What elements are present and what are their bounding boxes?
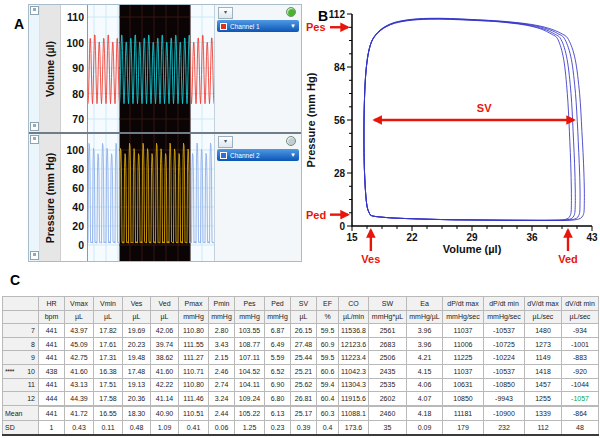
- row-label[interactable]: Mean: [3, 407, 39, 421]
- unit-header: µL/sec: [562, 310, 599, 324]
- waveform-plot[interactable]: [88, 5, 214, 132]
- table-cell: -10725: [484, 337, 525, 351]
- unit-header: mmHg: [179, 310, 209, 324]
- row-label[interactable]: ****10: [3, 364, 39, 378]
- row-label[interactable]: 12: [3, 392, 39, 406]
- row-label[interactable]: 7: [3, 324, 39, 338]
- panel-b-label: B: [318, 8, 328, 24]
- table-cell: -1057: [562, 392, 599, 406]
- y-axis-ticks: 110100908070: [61, 5, 88, 132]
- table-cell: 11088.1: [339, 407, 369, 421]
- collapse-panel-icon[interactable]: [30, 6, 39, 15]
- axis-label: Volume (µl): [44, 40, 56, 96]
- y-tick-label: 0: [339, 221, 345, 232]
- table-row: 944142.7517.3119.4838.62111.272.15107.11…: [3, 351, 599, 365]
- y-tick-label: 80: [72, 163, 84, 175]
- table-cell: 16.38: [94, 364, 123, 378]
- table-cell: -864: [562, 407, 599, 421]
- unit-header: mmHg*µL: [369, 310, 407, 324]
- y-tick-label: 60: [72, 182, 84, 194]
- status-indicator-icon: [286, 136, 296, 146]
- table-cell: 11223.4: [339, 351, 369, 365]
- volume-channel-strip: Volume (µl) 110100908070 ▾ Channel 1 ▼: [29, 5, 301, 132]
- y-axis-ticks: 100806040200: [61, 134, 88, 261]
- row-label[interactable]: 9: [3, 351, 39, 365]
- significance-marker: ****: [5, 368, 14, 375]
- table-cell: 0.23: [265, 421, 291, 435]
- table-cell: 60.9: [317, 337, 339, 351]
- table-cell: 0.41: [179, 421, 209, 435]
- table-cell: 179: [443, 421, 484, 435]
- table-cell: 6.80: [265, 392, 291, 406]
- table-cell: 232: [484, 421, 525, 435]
- plot-menu-dropdown[interactable]: ▾: [218, 7, 233, 19]
- column-header: Pmax: [179, 297, 209, 311]
- table-row: 844145.0917.6120.2339.74111.553.43108.77…: [3, 337, 599, 351]
- table-cell: 441: [39, 351, 65, 365]
- split-panel-icon[interactable]: [30, 122, 39, 131]
- table-cell: -10850: [484, 378, 525, 392]
- channel-control-panel: ▾ Channel 2 ▼: [214, 134, 301, 261]
- channel-select-dropdown[interactable]: Channel 1 ▼: [217, 20, 299, 32]
- sv-annotation-label: SV: [477, 102, 492, 114]
- table-cell: 38.62: [151, 351, 179, 365]
- row-label[interactable]: SD: [3, 421, 39, 435]
- y-tick-label: 28: [334, 168, 346, 179]
- table-cell: 444: [39, 392, 65, 406]
- unit-header: µL: [123, 310, 151, 324]
- table-cell: 111.55: [179, 337, 209, 351]
- table-row: SD10.430.110.481.090.410.061.250.230.390…: [3, 421, 599, 435]
- table-cell: 5.59: [265, 351, 291, 365]
- y-tick-label: 100: [66, 144, 84, 156]
- table-cell: 2.46: [209, 364, 235, 378]
- table-cell: 10631: [443, 378, 484, 392]
- waveform-plot[interactable]: [88, 134, 214, 261]
- channel-select-dropdown[interactable]: Channel 2 ▼: [217, 149, 299, 161]
- row-label[interactable]: 8: [3, 337, 39, 351]
- table-cell: 26.81: [291, 392, 317, 406]
- channel-name: Channel 2: [230, 152, 290, 159]
- table-cell: 17.58: [94, 392, 123, 406]
- table-cell: 441: [39, 407, 65, 421]
- x-axis-label: Volume (µl): [443, 243, 502, 255]
- table-cell: 441: [39, 378, 65, 392]
- table-cell: 42.06: [151, 324, 179, 338]
- y-axis-title-band: Volume (µl): [40, 5, 61, 132]
- row-label[interactable]: 11: [3, 378, 39, 392]
- table-cell: 16.55: [94, 407, 123, 421]
- unit-header: µL: [94, 310, 123, 324]
- table-cell: 2460: [369, 407, 407, 421]
- table-cell: 11006: [443, 337, 484, 351]
- table-cell: 0.06: [209, 421, 235, 435]
- chevron-down-icon: ▼: [290, 23, 296, 29]
- table-cell: 11181: [443, 407, 484, 421]
- table-row: ****1043841.6016.3817.4841.60110.712.461…: [3, 364, 599, 378]
- table-cell: -934: [562, 324, 599, 338]
- table-cell: 1.25: [235, 421, 265, 435]
- volume-annotation-label: Ves: [361, 253, 380, 265]
- table-row: 744143.9717.8219.6942.06110.802.80103.55…: [3, 324, 599, 338]
- table-cell: 25.62: [291, 378, 317, 392]
- table-cell: 40.90: [151, 407, 179, 421]
- strip-edge-column: [29, 134, 40, 261]
- table-cell: 11042.3: [339, 364, 369, 378]
- table-cell: 2602: [369, 392, 407, 406]
- column-header: Pes: [235, 297, 265, 311]
- table-cell: 27.48: [291, 337, 317, 351]
- channel-color-swatch: [220, 152, 227, 159]
- table-cell: 1339: [525, 407, 562, 421]
- strip-edge-column: [29, 5, 40, 132]
- collapse-panel-icon[interactable]: [30, 135, 39, 144]
- table-cell: 48: [562, 421, 599, 435]
- column-header: HR: [39, 297, 65, 311]
- table-cell: 59.4: [317, 378, 339, 392]
- split-panel-icon[interactable]: [30, 251, 39, 260]
- x-tick-label: 36: [526, 232, 538, 243]
- table-cell: 2535: [369, 378, 407, 392]
- table-cell: 1418: [525, 364, 562, 378]
- table-cell: 111.27: [179, 351, 209, 365]
- column-header: Vmin: [94, 297, 123, 311]
- table-cell: 19.69: [123, 324, 151, 338]
- table-cell: 1457: [525, 378, 562, 392]
- plot-menu-dropdown[interactable]: ▾: [218, 136, 233, 148]
